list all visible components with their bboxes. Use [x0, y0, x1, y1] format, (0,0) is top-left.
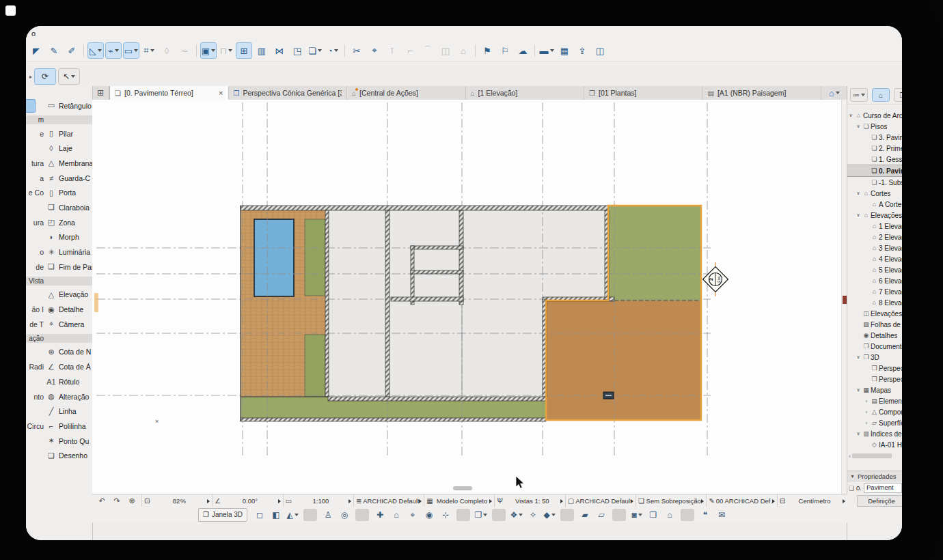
markup-bubble-icon[interactable]: ❝: [698, 508, 713, 522]
palette-section[interactable]: m: [26, 115, 92, 124]
tree-elementos[interactable]: › ▤ Elementos: [847, 395, 902, 406]
tool-porta[interactable]: e Co ▯ Porta: [26, 185, 92, 200]
split-icon[interactable]: ✂: [348, 42, 365, 59]
janela-3d-button[interactable]: ❒ Janela 3D: [198, 508, 247, 522]
solid-operations-icon[interactable]: ❏: [307, 42, 323, 59]
tree-mapas[interactable]: ∨ ▦ Mapas: [847, 384, 902, 395]
tree-cortes[interactable]: ∨ ⌂ Cortes: [847, 188, 902, 199]
tab-close-icon[interactable]: ×: [219, 89, 223, 97]
tab-a1-nbr-paisagem[interactable]: ▤ [A1 (NBR) Paisagem]: [703, 86, 822, 100]
share-icon[interactable]: ✉: [714, 508, 729, 522]
send-changes-icon[interactable]: ⇪: [574, 42, 590, 59]
move-drag-icon[interactable]: ⊞: [236, 42, 252, 59]
tool-cota-de-nivel[interactable]: ⊕ Cota de N: [26, 345, 92, 360]
tool-camera[interactable]: de T ⌖ Câmera: [26, 317, 92, 332]
3d-styles-icon[interactable]: ◆: [542, 508, 557, 522]
zoom-level-control[interactable]: ⊡ 82%: [141, 494, 212, 507]
inject-parameters-icon[interactable]: ✐: [64, 42, 80, 59]
wireframe-icon[interactable]: ◻: [252, 508, 267, 522]
orientation-control[interactable]: ∠ 0.00°: [212, 494, 282, 507]
tree-indices[interactable]: ∨ ▥ Índices de P: [847, 428, 902, 439]
tree-scroll-thumb[interactable]: [852, 453, 892, 458]
walk-mode-icon[interactable]: ♙: [320, 508, 336, 522]
partial-tool-icon[interactable]: ◤: [28, 42, 44, 59]
toolbar-separator[interactable]: [83, 44, 84, 57]
tool-laje[interactable]: ◊ Laje: [26, 141, 92, 156]
camera-home-icon[interactable]: ⌂: [389, 508, 404, 522]
tool-polilinha[interactable]: Circu ⌐ Polilinha: [26, 419, 92, 434]
fillet-icon[interactable]: ⌒: [420, 42, 436, 59]
tripod-icon[interactable]: ⌖: [405, 508, 420, 522]
graphic-override-control[interactable]: ❏ Sem Sobreposição: [636, 494, 706, 507]
filter-elements-icon[interactable]: ❖: [509, 508, 524, 522]
tree-detalhes[interactable]: ◉ Detalhes: [847, 330, 902, 341]
tool-cota-de-angulo[interactable]: Radi ∠ Cota de Á: [26, 359, 92, 374]
tab-nav-home-button[interactable]: ⌂: [821, 86, 847, 100]
model-view-control[interactable]: ▦ Modelo Completo: [424, 494, 494, 507]
garden-strip-bottom[interactable]: [305, 335, 325, 397]
tool-linha[interactable]: ╱ Linha: [26, 404, 92, 419]
palette-section-vista[interactable]: Vista: [26, 277, 92, 285]
tree-a-corte[interactable]: ⌂ A Corte (In: [847, 199, 902, 210]
equipment-symbol[interactable]: [603, 392, 614, 399]
tree-7-elevacao[interactable]: ⌂ 7 Elevação: [847, 286, 902, 297]
menu-partial[interactable]: o: [31, 29, 36, 38]
tree-8-elevacao[interactable]: ⌂ 8 Elevação: [847, 297, 902, 308]
intersect-icon[interactable]: ⊺: [384, 42, 400, 59]
navigator-mode-button[interactable]: ≔: [850, 88, 868, 102]
look-around-icon[interactable]: ◎: [337, 508, 352, 522]
settings-button[interactable]: Definiçõe: [857, 495, 902, 507]
selection-frame-icon[interactable]: ▣: [200, 42, 217, 59]
toolbar-separator[interactable]: [196, 44, 197, 57]
tree-1-gesso[interactable]: ❏ 1. Gesso: [847, 154, 902, 165]
tree-ia-01[interactable]: ◇ IA-01 Hist: [847, 439, 902, 450]
toolbar-separator[interactable]: [456, 509, 470, 521]
tree-4-elevacao[interactable]: ⌂ 4 Elevação: [847, 253, 902, 264]
stretch-icon[interactable]: ⋈: [271, 42, 288, 59]
marquee-resize-icon[interactable]: ◳: [289, 42, 305, 59]
tree-expand-icon[interactable]: ∨: [855, 124, 862, 129]
pen-set-control[interactable]: Ψ Vistas 1: 50: [494, 494, 564, 507]
teamwork-cloud-icon[interactable]: ☁: [515, 42, 531, 59]
roof-tool-icon[interactable]: ⌂: [455, 42, 472, 59]
tool-rotulo[interactable]: A1 Rótulo: [26, 374, 92, 389]
tree-3d[interactable]: ∨ ❒ 3D: [847, 352, 902, 363]
tree-2-elevacao[interactable]: ⌂ 2 Elevação: [847, 232, 902, 242]
tool-morph[interactable]: ◗ Morph: [26, 230, 92, 245]
tree-0-pavimento[interactable]: ❏ 0. Pavimen: [847, 165, 902, 177]
tree-6-elevacao[interactable]: ⌂ 6 Elevação: [847, 275, 902, 286]
canvas-hscroll-thumb[interactable]: [453, 486, 472, 490]
photo-render-icon[interactable]: ◙: [629, 508, 644, 522]
tab-perspectiva-conica[interactable]: ❒ Perspectiva Cónica Genérica [3D / Tu..…: [229, 86, 348, 100]
tool-guarda-corpo[interactable]: a ≠ Guarda-C: [26, 171, 92, 186]
undo-icon[interactable]: ↶: [95, 495, 109, 507]
tree-perspectiva-2[interactable]: ❒ Perspectiv: [847, 374, 902, 384]
tool-retangulo[interactable]: ▭ Retângulo: [26, 98, 92, 113]
tool-claraboia[interactable]: ❏ Claraboia: [26, 200, 92, 215]
tree-1-elevacao[interactable]: ⌂ 1 Elevação: [847, 221, 902, 232]
lock-icon[interactable]: ⊓: [218, 42, 234, 59]
toolbar-separator[interactable]: [475, 44, 476, 57]
toolbar-separator[interactable]: [303, 509, 317, 521]
guide-lines-icon[interactable]: ◺: [87, 42, 104, 59]
gravity-icon[interactable]: ∼: [176, 42, 193, 59]
tab-overview-button[interactable]: ⊞: [92, 86, 109, 100]
pool[interactable]: [254, 219, 294, 296]
tool-elevacao[interactable]: △ Elevação: [26, 288, 92, 303]
tree-elevacoes[interactable]: ∨ ⌂ Elevações: [847, 210, 902, 221]
unit-control[interactable]: ⊟ Centímetro: [777, 494, 847, 507]
furniture-schedule-icon[interactable]: ▦: [556, 42, 573, 59]
renovation-filter-control[interactable]: ✎ 00 ARCHICAD Def...: [706, 494, 776, 507]
orbit-icon[interactable]: ◉: [422, 508, 437, 522]
tree-expand-icon[interactable]: ∨: [855, 387, 862, 393]
tool-desenho[interactable]: ❏ Desenho: [26, 448, 92, 463]
tree-expand-icon[interactable]: ∨: [847, 113, 854, 118]
scroll-left-icon[interactable]: ‹: [849, 453, 851, 460]
tree-expand-icon[interactable]: ∨: [855, 191, 862, 196]
navigation-wheel-icon[interactable]: ✚: [372, 508, 387, 522]
paint-surface-icon[interactable]: ▰: [577, 508, 592, 522]
tree-hscrollbar[interactable]: ‹: [847, 452, 902, 460]
redo-icon[interactable]: ↷: [110, 495, 124, 507]
scale-control[interactable]: ▭ 1:100: [283, 494, 353, 507]
tool-pilar[interactable]: e ▯ Pilar: [26, 126, 92, 141]
